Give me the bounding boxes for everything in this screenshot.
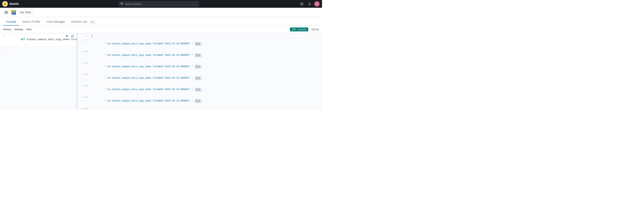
tab-search-profiler-label: Search Profiler (22, 20, 40, 23)
fold-arrow-1013[interactable]: ▸ (80, 108, 82, 110)
copy-as-curl-button[interactable] (70, 34, 75, 38)
fold-arrow-1[interactable]: ▸ (84, 35, 86, 37)
dev-tools-badge[interactable]: Dev Tools (18, 10, 33, 15)
json-collapsed-687[interactable]: {…} (195, 88, 201, 91)
output-gutter-687: ▸ 687 (78, 84, 90, 88)
output-line-850: ▸ 850 ".ds-kibana_sample_data_logs_demo-… (78, 95, 322, 107)
output-line-687: ▸ 687 ".ds-kibana_sample_data_logs_demo-… (78, 84, 322, 95)
secondary-navigation: Dev Tools (0, 8, 322, 17)
line-num-1013: 1013 (83, 108, 88, 110)
output-content-524: ".ds-kibana_sample_data_logs_demo-7vc3mm… (90, 72, 322, 84)
svg-rect-5 (4, 12, 8, 12)
output-content-850: ".ds-kibana_sample_data_logs_demo-7vc3mm… (90, 95, 322, 107)
svg-marker-12 (66, 35, 68, 37)
json-collapsed-850[interactable]: {…} (195, 99, 201, 103)
tab-console[interactable]: Console (3, 18, 19, 25)
json-key-850: ".ds-kibana_sample_data_logs_demo-7vc3mm… (102, 100, 190, 102)
url-text: kibana_sample_data_logs_demo-7vc3mmd7/_m… (25, 38, 77, 41)
fold-arrow-2[interactable]: ▸ (84, 39, 86, 41)
status-badge: 200 - success (290, 27, 308, 31)
editor-line-1: 1 GET kibana_sample_data_logs_demo-7vc3m… (0, 33, 76, 46)
hamburger-button[interactable] (3, 9, 9, 15)
user-initial: e (316, 2, 318, 5)
fold-arrow-198[interactable]: ▸ (82, 50, 83, 53)
output-gutter-850: ▸ 850 (78, 95, 90, 99)
output-content-361: ".ds-kibana_sample_data_logs_demo-7vc3mm… (90, 61, 322, 72)
json-key-524: ".ds-kibana_sample_data_logs_demo-7vc3mm… (102, 77, 190, 79)
search-placeholder: Search Elastic (125, 2, 141, 5)
output-content-1013: ".ds-kibana_sample_data_logs_demo-7vc3mm… (90, 107, 322, 110)
line-num-2: 2 (86, 39, 88, 41)
svg-rect-6 (4, 13, 8, 13)
top-navigation: e elastic 🔍 Search Elastic e (0, 0, 322, 8)
elastic-logo[interactable]: e elastic (2, 1, 19, 6)
search-bar[interactable]: 🔍 Search Elastic (118, 1, 199, 6)
search-icon: 🔍 (121, 2, 124, 5)
editor-gutter-1: 1 (0, 33, 7, 38)
notification-icon-btn[interactable] (306, 1, 313, 7)
output-gutter-1013: ▸ 1013 (78, 107, 90, 110)
fold-arrow-687[interactable]: ▸ (82, 85, 83, 87)
main-content: 1 GET kibana_sample_data_logs_demo-7vc3m… (0, 33, 322, 110)
dev-tools-label: Dev Tools (20, 11, 31, 14)
fold-arrow-361[interactable]: ▸ (82, 62, 83, 64)
svg-text:e: e (4, 3, 6, 5)
fold-arrow-524[interactable]: ▸ (82, 73, 83, 76)
fold-arrow-850[interactable]: ▸ (82, 96, 83, 98)
tab-painless-lab[interactable]: Painless Lab true (68, 18, 99, 25)
editor-actions (65, 34, 75, 38)
get-keyword: GET (20, 38, 25, 41)
svg-rect-11 (14, 12, 15, 14)
json-key-2: ".ds-kibana_sample_data_logs_demo-7vc3mm… (102, 42, 190, 45)
line-num-1: 1 (86, 35, 88, 37)
svg-rect-4 (4, 11, 8, 12)
json-collapsed-524[interactable]: {…} (195, 76, 201, 80)
line-num-524: 524 (84, 73, 88, 76)
line-num-361: 361 (84, 62, 88, 64)
line-num-850: 850 (84, 96, 88, 98)
editor-line-2: 2 (0, 46, 76, 51)
toolbar: History Settings Help 200 - success 123 … (0, 25, 322, 33)
history-button[interactable]: History (3, 27, 11, 32)
output-line-198: ▸ 198 ".ds-kibana_sample_data_logs_demo-… (78, 50, 322, 61)
line-num-198: 198 (84, 50, 88, 53)
output-content-2: ".ds-kibana_sample_data_logs_demo-7vc3mm… (90, 38, 322, 50)
svg-rect-15 (72, 35, 74, 37)
output-gutter-524: ▸ 524 (78, 72, 90, 77)
tab-grok-debugger-label: Grok Debugger (46, 20, 65, 23)
output-gutter-2: ▸ 2 (78, 38, 90, 42)
tab-grok-debugger[interactable]: Grok Debugger (44, 18, 68, 25)
json-key-687: ".ds-kibana_sample_data_logs_demo-7vc3mm… (102, 88, 190, 91)
time-badge: 123 ms (311, 28, 319, 31)
json-collapsed-361[interactable]: {…} (195, 65, 201, 69)
output-pane: ▸ 1 { ▸ 2 ".ds-kibana_sample_data_logs_d… (78, 33, 322, 110)
search-bar-container: 🔍 Search Elastic (21, 1, 296, 6)
help-button[interactable]: Help (26, 27, 32, 32)
json-collapsed-2[interactable]: {…} (195, 42, 201, 46)
json-key-361: ".ds-kibana_sample_data_logs_demo-7vc3mm… (102, 65, 190, 68)
settings-button[interactable]: Settings (14, 27, 23, 32)
tab-search-profiler[interactable]: Search Profiler (19, 18, 44, 25)
run-button[interactable] (65, 34, 70, 38)
output-line-524: ▸ 524 ".ds-kibana_sample_data_logs_demo-… (78, 72, 322, 84)
svg-rect-9 (14, 11, 15, 12)
json-collapsed-198[interactable]: {…} (195, 53, 201, 57)
tab-painless-lab-label: Painless Lab (72, 20, 87, 23)
editor-content-2[interactable] (7, 46, 76, 47)
json-key-198: ".ds-kibana_sample_data_logs_demo-7vc3mm… (102, 54, 190, 57)
svg-rect-8 (12, 11, 14, 12)
user-avatar[interactable]: e (314, 1, 320, 6)
webcam-icon-btn[interactable] (299, 1, 305, 7)
tab-bar: Console Search Profiler Grok Debugger Pa… (0, 17, 322, 25)
elastic-logo-text: elastic (9, 2, 19, 6)
output-gutter-198: ▸ 198 (78, 50, 90, 54)
elastic-logo-icon: e (2, 1, 8, 6)
editor-pane[interactable]: 1 GET kibana_sample_data_logs_demo-7vc3m… (0, 33, 77, 110)
output-content-198: ".ds-kibana_sample_data_logs_demo-7vc3mm… (90, 50, 322, 61)
tab-console-label: Console (6, 20, 16, 23)
output-line-361: ▸ 361 ".ds-kibana_sample_data_logs_demo-… (78, 61, 322, 72)
beta-badge: true (89, 20, 96, 24)
output-line-1: ▸ 1 { (78, 34, 322, 38)
editor-gutter-2: 2 (0, 46, 7, 51)
output-gutter-361: ▸ 361 (78, 61, 90, 65)
